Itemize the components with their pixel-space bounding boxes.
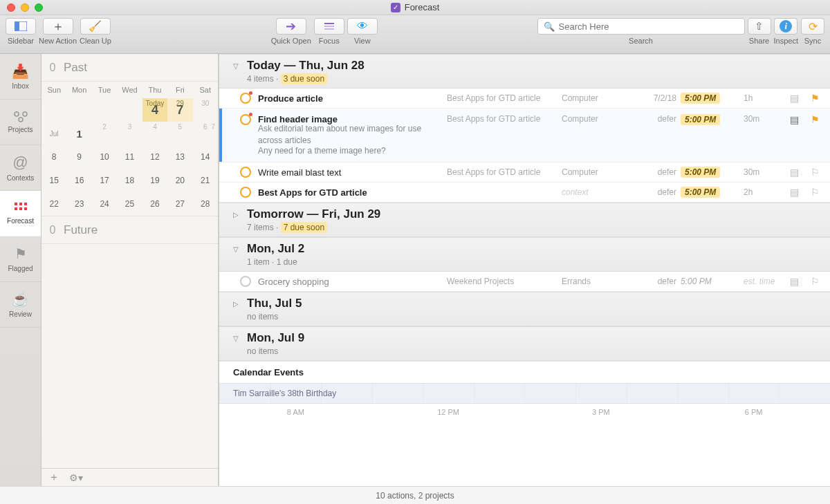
- clean-up-button[interactable]: 🧹: [80, 18, 111, 35]
- cal-cell[interactable]: 25: [117, 192, 142, 216]
- disclosure-triangle-icon[interactable]: ▽: [233, 335, 241, 342]
- view-button[interactable]: 👁: [347, 18, 378, 35]
- nav-review[interactable]: ☕ Review: [0, 282, 41, 328]
- note-icon[interactable]: ▤: [786, 276, 802, 287]
- cal-cell[interactable]: 17: [92, 169, 117, 192]
- cal-cell[interactable]: 30: [193, 98, 218, 122]
- nav-flagged-label: Flagged: [8, 265, 33, 272]
- task-title[interactable]: Write email blast text: [258, 167, 443, 178]
- cal-cell[interactable]: 20: [167, 169, 192, 192]
- cal-cell[interactable]: [92, 98, 117, 122]
- section-tomorrow[interactable]: ▷ Tomorrow — Fri, Jun 29 7 items · 7 due…: [219, 203, 830, 237]
- focus-button[interactable]: [314, 18, 344, 35]
- status-circle-icon[interactable]: [240, 167, 251, 178]
- flag-icon[interactable]: ⚑: [806, 93, 823, 104]
- future-count: 0: [42, 224, 64, 236]
- cal-cell[interactable]: 8: [42, 145, 66, 169]
- cal-cell[interactable]: 19: [142, 169, 167, 192]
- section-tomorrow-title: Tomorrow — Fri, Jun 29: [247, 207, 380, 221]
- cal-sat-date: 30: [201, 100, 209, 107]
- cal-cell[interactable]: 18: [117, 169, 142, 192]
- cal-cell[interactable]: 13: [167, 145, 192, 169]
- task-note[interactable]: Any need for a theme image here?: [258, 145, 443, 157]
- status-circle-icon[interactable]: [240, 93, 251, 104]
- cal-cell[interactable]: [66, 98, 91, 122]
- nav-flagged[interactable]: ⚑ Flagged: [0, 236, 41, 282]
- task-title[interactable]: Grocery shopping: [258, 277, 443, 287]
- section-jul2-title: Mon, Jul 2: [247, 242, 304, 256]
- search-input[interactable]: [559, 21, 739, 32]
- cal-cell-today[interactable]: Today 4: [142, 98, 167, 122]
- cal-cell[interactable]: 14: [193, 145, 218, 169]
- section-today[interactable]: ▽ Today — Thu, Jun 28 4 items · 3 due so…: [219, 54, 830, 88]
- task-row[interactable]: Best Apps for GTD article context defer …: [219, 183, 830, 203]
- cal-cell[interactable]: 1: [66, 122, 91, 145]
- cal-cell[interactable]: 4: [142, 122, 167, 145]
- status-circle-icon[interactable]: [240, 114, 251, 125]
- task-row[interactable]: Write email blast text Best Apps for GTD…: [219, 162, 830, 183]
- sidebar-toggle-button[interactable]: [6, 18, 36, 35]
- section-jul9[interactable]: ▽ Mon, Jul 9 no items: [219, 326, 830, 361]
- nav-contexts[interactable]: @ Contexts: [0, 145, 41, 191]
- sync-label: Sync: [804, 37, 821, 45]
- cal-cell[interactable]: 26: [142, 192, 167, 216]
- inspect-button[interactable]: i: [774, 18, 797, 35]
- task-title[interactable]: Produce article: [258, 93, 443, 104]
- note-icon[interactable]: ▤: [786, 93, 802, 104]
- share-button[interactable]: ⇧: [748, 18, 771, 35]
- task-row[interactable]: Find header image Ask editorial team abo…: [219, 109, 830, 162]
- cal-cell[interactable]: 22: [42, 192, 66, 216]
- cal-cell[interactable]: 11: [117, 145, 142, 169]
- cal-cell[interactable]: [42, 98, 66, 122]
- task-note[interactable]: Ask editorial team about new images for …: [258, 123, 443, 147]
- search-field[interactable]: 🔍: [537, 18, 745, 35]
- section-jul5[interactable]: ▷ Thu, Jul 5 no items: [219, 292, 830, 326]
- past-row[interactable]: 0 Past: [42, 54, 218, 82]
- nav-inbox[interactable]: 📥 Inbox: [0, 54, 41, 100]
- cal-cell[interactable]: 15: [42, 169, 66, 192]
- cal-cell[interactable]: 3: [117, 122, 142, 145]
- cal-cell[interactable]: 12: [142, 145, 167, 169]
- cal-cell[interactable]: Jul: [42, 122, 66, 145]
- cal-cell[interactable]: 10: [92, 145, 117, 169]
- cal-cell-fri[interactable]: 29 7: [167, 98, 192, 122]
- disclosure-triangle-icon[interactable]: ▽: [233, 245, 241, 253]
- disclosure-triangle-icon[interactable]: ▽: [233, 62, 241, 70]
- task-row[interactable]: Grocery shopping Weekend Projects Errand…: [219, 272, 830, 292]
- cal-cell[interactable]: 16: [66, 169, 91, 192]
- cal-cell[interactable]: 5: [167, 122, 192, 145]
- sync-button[interactable]: ⟳: [801, 18, 824, 35]
- flag-icon[interactable]: ⚐: [806, 276, 823, 287]
- cal-cell[interactable]: 27: [167, 192, 192, 216]
- status-circle-icon[interactable]: [240, 276, 251, 287]
- perspective-settings-button[interactable]: ⚙︎▾: [69, 472, 83, 483]
- cal-cell[interactable]: 67: [193, 122, 218, 145]
- note-icon[interactable]: ▤: [786, 114, 802, 125]
- section-jul2[interactable]: ▽ Mon, Jul 2 1 item · 1 due: [219, 237, 830, 272]
- nav-projects[interactable]: Projects: [0, 100, 41, 145]
- new-action-button[interactable]: ＋: [43, 18, 73, 35]
- cal-cell[interactable]: 24: [92, 192, 117, 216]
- note-icon[interactable]: ▤: [786, 167, 802, 178]
- calendar-event-bar[interactable]: Tim Sarraille's 38th Birthday: [219, 383, 830, 404]
- cal-cell[interactable]: 9: [66, 145, 91, 169]
- quick-open-button[interactable]: ➔: [276, 18, 306, 35]
- add-perspective-button[interactable]: ＋: [48, 470, 59, 485]
- task-row[interactable]: Produce article Best Apps for GTD articl…: [219, 88, 830, 109]
- flag-icon[interactable]: ⚐: [806, 187, 823, 198]
- cal-cell[interactable]: 21: [193, 169, 218, 192]
- cal-cell[interactable]: 28: [193, 192, 218, 216]
- flag-icon[interactable]: ⚐: [806, 167, 823, 178]
- cal-cell[interactable]: 2: [92, 122, 117, 145]
- nav-forecast[interactable]: Forecast: [0, 191, 41, 236]
- flag-icon[interactable]: ⚑: [806, 114, 823, 125]
- clean-up-label: Clean Up: [80, 37, 111, 45]
- status-circle-icon[interactable]: [240, 187, 251, 198]
- cal-cell[interactable]: [117, 98, 142, 122]
- task-title[interactable]: Best Apps for GTD article: [258, 187, 443, 198]
- cal-cell[interactable]: 23: [66, 192, 91, 216]
- note-icon[interactable]: ▤: [786, 187, 802, 198]
- disclosure-triangle-icon[interactable]: ▷: [233, 300, 241, 308]
- disclosure-triangle-icon[interactable]: ▷: [233, 211, 241, 218]
- future-row[interactable]: 0 Future: [42, 216, 218, 244]
